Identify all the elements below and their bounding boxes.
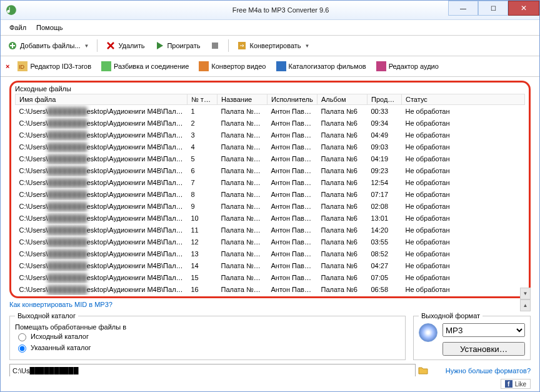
main-toolbar: Добавить файлы...▼ Удалить Проиграть Кон… — [1, 36, 539, 56]
convert-icon — [237, 41, 247, 51]
footer: fLike — [1, 376, 539, 391]
output-path-input[interactable] — [9, 364, 416, 376]
table-row[interactable]: C:\Users\████████esktop\Аудиокниги M4B\П… — [16, 283, 525, 295]
output-format-legend: Выходной формат — [419, 312, 482, 319]
app-icon — [6, 4, 17, 16]
format-select[interactable]: MP3 — [442, 323, 525, 337]
disc-icon — [419, 323, 438, 342]
menubar: Файл Помощь — [1, 20, 539, 36]
audio-editor-button[interactable]: Редактор аудио — [372, 59, 443, 73]
tag-icon: ID — [18, 61, 28, 71]
table-header[interactable]: Имя файла № т… Название Исполнитель Альб… — [16, 94, 525, 105]
place-files-label: Помещать обработанные файлы в — [15, 323, 400, 331]
table-row[interactable]: C:\Users\████████esktop\Аудиокниги M4B\П… — [16, 176, 525, 188]
help-link[interactable]: Как конвертировать MID в MP3? — [9, 299, 531, 309]
output-catalog-legend: Выходной каталог — [15, 312, 78, 319]
menu-file[interactable]: Файл — [4, 23, 31, 33]
col-duration[interactable]: Прод… — [368, 94, 402, 105]
svg-rect-7 — [199, 61, 209, 71]
table-row[interactable]: C:\Users\████████esktop\Аудиокниги M4B\П… — [16, 271, 525, 283]
source-files-title: Исходные файлы — [15, 85, 525, 93]
table-row[interactable]: C:\Users\████████esktop\Аудиокниги M4B\П… — [16, 117, 525, 129]
split-icon — [101, 61, 111, 71]
table-row[interactable]: C:\Users\████████esktop\Аудиокниги M4B\П… — [16, 141, 525, 153]
file-table[interactable]: Имя файла № т… Название Исполнитель Альб… — [15, 94, 525, 295]
facebook-icon: f — [505, 380, 512, 388]
convert-button[interactable]: Конвертировать▼ — [232, 39, 314, 53]
table-row[interactable]: C:\Users\████████esktop\Аудиокниги M4B\П… — [16, 153, 525, 164]
toolbar-close-icon[interactable]: × — [3, 63, 12, 70]
col-artist[interactable]: Исполнитель — [268, 94, 318, 105]
titlebar: Free M4a to MP3 Converter 9.6 — ☐ ✕ — [1, 1, 539, 20]
table-row[interactable]: C:\Users\████████esktop\Аудиокниги M4B\П… — [16, 164, 525, 176]
svg-point-0 — [6, 5, 16, 15]
svg-rect-9 — [376, 61, 386, 71]
close-button[interactable]: ✕ — [508, 1, 539, 16]
table-row[interactable]: C:\Users\████████esktop\Аудиокниги M4B\П… — [16, 236, 525, 248]
play-icon — [154, 41, 164, 51]
table-row[interactable]: C:\Users\████████esktop\Аудиокниги M4B\П… — [16, 200, 525, 212]
source-files-group: Исходные файлы Имя файла № т… Название И… — [9, 81, 531, 298]
movie-catalog-button[interactable]: Каталогизатор фильмов — [272, 59, 371, 73]
col-name[interactable]: Название — [218, 94, 268, 105]
col-album[interactable]: Альбом — [318, 94, 368, 105]
scroll-up-icon[interactable]: ▲ — [520, 299, 531, 311]
table-row[interactable]: C:\Users\████████esktop\Аудиокниги M4B\П… — [16, 188, 525, 200]
stop-button[interactable] — [206, 39, 224, 53]
minimize-button[interactable]: — — [448, 1, 478, 16]
audio-icon — [376, 61, 386, 71]
app-window: Free M4a to MP3 Converter 9.6 — ☐ ✕ Файл… — [0, 0, 540, 392]
table-row[interactable]: C:\Users\████████esktop\Аудиокниги M4B\П… — [16, 224, 525, 236]
table-row[interactable]: C:\Users\████████esktop\Аудиокниги M4B\П… — [16, 259, 525, 271]
svg-rect-2 — [212, 43, 218, 49]
add-files-button[interactable]: Добавить файлы...▼ — [3, 39, 93, 53]
scroll-down-icon[interactable]: ▼ — [520, 288, 531, 299]
col-filename[interactable]: Имя файла — [16, 94, 188, 105]
delete-button[interactable]: Удалить — [101, 39, 149, 53]
split-join-button[interactable]: Разбивка и соединение — [97, 59, 193, 73]
video-converter-button[interactable]: Конвертор видео — [194, 59, 270, 73]
maximize-button[interactable]: ☐ — [478, 1, 508, 16]
output-format-group: Выходной формат MP3 Установки… — [413, 312, 531, 360]
svg-text:ID: ID — [19, 64, 25, 70]
svg-rect-8 — [276, 61, 286, 71]
more-formats-link[interactable]: Нужно больше форматов? — [446, 366, 531, 376]
svg-rect-6 — [101, 61, 111, 71]
settings-button[interactable]: Установки… — [442, 342, 525, 356]
like-button[interactable]: fLike — [501, 379, 531, 389]
film-icon — [276, 61, 286, 71]
folder-browse-icon[interactable] — [418, 366, 428, 376]
id3-editor-button[interactable]: IDРедактор ID3-тэгов — [13, 59, 96, 73]
table-row[interactable]: C:\Users\████████esktop\Аудиокниги M4B\П… — [16, 105, 525, 118]
stop-icon — [210, 41, 220, 51]
x-icon — [106, 41, 116, 51]
radio-source-catalog[interactable] — [18, 333, 26, 341]
plus-icon — [8, 41, 18, 51]
table-row[interactable]: C:\Users\████████esktop\Аудиокниги M4B\П… — [16, 129, 525, 141]
col-track[interactable]: № т… — [188, 94, 218, 105]
col-status[interactable]: Статус — [402, 94, 525, 105]
output-catalog-group: Выходной каталог Помещать обработанные ф… — [9, 312, 406, 360]
secondary-toolbar: × IDРедактор ID3-тэгов Разбивка и соедин… — [1, 56, 539, 77]
video-icon — [199, 61, 209, 71]
play-button[interactable]: Проиграть — [150, 39, 204, 53]
table-row[interactable]: C:\Users\████████esktop\Аудиокниги M4B\П… — [16, 248, 525, 259]
radio-custom-catalog[interactable] — [18, 344, 26, 353]
table-row[interactable]: C:\Users\████████esktop\Аудиокниги M4B\П… — [16, 212, 525, 224]
menu-help[interactable]: Помощь — [31, 23, 68, 33]
